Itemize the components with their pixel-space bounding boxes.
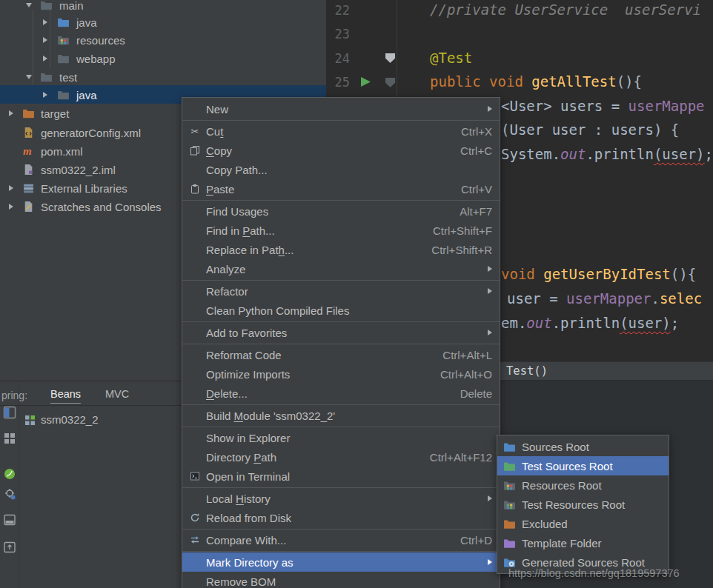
submenu-arrow-icon [488,106,492,112]
menu-item-replace-in-path[interactable]: Replace in Path... Ctrl+Shift+R [182,240,500,259]
menu-item-show-in-explorer[interactable]: Show in Explorer [182,428,500,447]
chevron-right-icon[interactable] [43,19,47,25]
tree-item-resources[interactable]: resources [0,30,326,49]
spring-module-row[interactable]: ssm0322_2 [19,411,182,430]
menu-separator [182,487,500,488]
menu-item-refactor[interactable]: Refactor [182,281,500,301]
menu-item-label: Cut [206,125,223,138]
menu-item-build-module[interactable]: Build Module 'ssm0322_2' [182,406,500,425]
code-line[interactable]: em.out.println(user); [501,315,679,331]
code-token: ; [671,315,679,331]
menu-item-label: Reload from Disk [206,512,291,524]
code-line[interactable]: @Test [430,50,472,66]
menu-item-open-in-terminal[interactable]: Open in Terminal [182,467,500,486]
chevron-right-icon[interactable] [9,110,13,116]
menu-item-find-in-path[interactable]: Find in Path... Ctrl+Shift+F [182,221,500,240]
module-label: ssm0322_2 [41,413,99,426]
code-line[interactable]: <User> users = userMappe [501,98,705,114]
menu-item-reload-from-disk[interactable]: Reload from Disk [182,508,500,527]
chevron-right-icon[interactable] [43,92,47,98]
tool-stripe-button[interactable] [3,487,16,501]
spring-panel-header: pring: Beans MVC [19,384,182,405]
menu-item-directory-path[interactable]: Directory Path Ctrl+Alt+F12 [182,447,500,467]
chevron-right-icon[interactable] [9,204,13,210]
menu-item-reformat-code[interactable]: Reformat Code Ctrl+Alt+L [182,345,500,364]
spring-tool-panel: pring: Beans MVC ssm0322_2 [0,381,182,588]
code-token: public [430,73,489,90]
tab-beans[interactable]: Beans [50,388,81,404]
paste-icon [188,184,202,194]
menu-item-mark-directory-as[interactable]: Mark Directory as [182,552,500,572]
menu-item-analyze[interactable]: Analyze [182,259,500,278]
tree-item-java-main[interactable]: java [0,13,326,31]
menu-item-label: Local History [206,492,271,505]
module-file-icon [22,163,35,176]
code-line[interactable]: (User user : users) { [501,121,679,138]
menu-item-label: Add to Favorites [206,327,287,339]
menu-item-optimize-imports[interactable]: Optimize Imports Ctrl+Alt+O [182,364,500,384]
tool-stripe-button[interactable] [3,432,16,445]
menu-item-label: Reformat Code [206,349,282,361]
submenu-item-test-resources-root[interactable]: Test Resources Root [497,495,669,514]
tree-item-webapp[interactable]: webapp [0,49,326,67]
code-token: selec [660,290,702,307]
code-token: .println [586,146,654,162]
chevron-right-icon[interactable] [43,56,47,61]
submenu-item-sources-root[interactable]: Sources Root [497,437,669,456]
tab-mvc[interactable]: MVC [105,388,129,403]
code-line[interactable]: user = userMapper.selec [507,290,702,307]
code-line[interactable]: public void getAllTest(){ [430,73,642,90]
menu-item-label: Delete... [206,387,248,400]
submenu-arrow-icon [488,266,492,272]
xml-file-icon [22,126,35,138]
menu-separator [182,551,500,552]
menu-item-label: Directory Path [206,451,276,464]
chevron-down-icon[interactable] [26,75,32,79]
menu-item-paste[interactable]: Paste Ctrl+V [182,179,500,198]
menu-separator [182,427,500,427]
submenu-item-resources-root[interactable]: Resources Root [497,475,669,495]
menu-item-copy[interactable]: Copy Ctrl+C [182,141,500,160]
menu-item-clean-python-compiled-files[interactable]: Clean Python Compiled Files [182,301,500,320]
code-line[interactable]: System.out.println(user); [501,146,713,162]
code-token: <User> users = [501,98,629,114]
menu-item-label: Find in Path... [206,224,275,237]
tree-item-test[interactable]: test [0,67,326,86]
submenu-arrow-icon [488,288,492,294]
menu-item-copy-path[interactable]: Copy Path... [182,160,500,179]
menu-item-label: Replace in Path... [206,244,294,256]
menu-separator [182,280,500,281]
submenu-item-template-folder[interactable]: Template Folder [497,533,669,552]
test-sources-root-folder-icon [503,460,516,472]
chevron-right-icon[interactable] [43,37,47,43]
tree-item-label: resources [76,33,125,46]
excluded-folder-icon [503,518,516,530]
chevron-down-icon[interactable] [26,3,32,7]
chevron-right-icon[interactable] [9,185,13,191]
copy-icon [188,145,202,156]
generated-sources-root-folder-icon [503,556,516,569]
tool-stripe-button[interactable] [3,406,16,419]
menu-item-add-to-favorites[interactable]: Add to Favorites [182,323,500,342]
submenu-item-excluded[interactable]: Excluded [497,514,669,533]
submenu-item-test-sources-root[interactable]: Test Sources Root [497,456,669,475]
menu-item-new[interactable]: New [182,99,500,118]
template-folder-icon [503,537,516,549]
menu-item-compare-with[interactable]: Compare With... Ctrl+D [182,530,500,549]
menu-item-label: Build Module 'ssm0322_2' [206,410,335,422]
code-line[interactable]: void getUserByIdTest(){ [501,266,696,282]
menu-item-find-usages[interactable]: Find Usages Alt+F7 [182,201,500,221]
tool-stripe-button[interactable] [3,541,16,554]
tree-item-label: External Libraries [41,181,127,194]
tool-stripe-button[interactable] [3,513,16,527]
code-token: userMapper [566,290,651,307]
menu-item-cut[interactable]: ✂ Cut Ctrl+X [182,121,500,141]
code-line[interactable]: //private UserService userServi [430,1,701,18]
code-token: (){ [617,73,642,90]
menu-item-remove-bom[interactable]: Remove BOM [182,572,500,588]
menu-item-local-history[interactable]: Local History [182,489,500,508]
tree-item-label: webapp [76,52,116,64]
tool-stripe-button[interactable] [3,467,16,481]
menu-item-delete[interactable]: Delete... Delete [182,384,500,403]
maven-icon: m [23,144,32,157]
